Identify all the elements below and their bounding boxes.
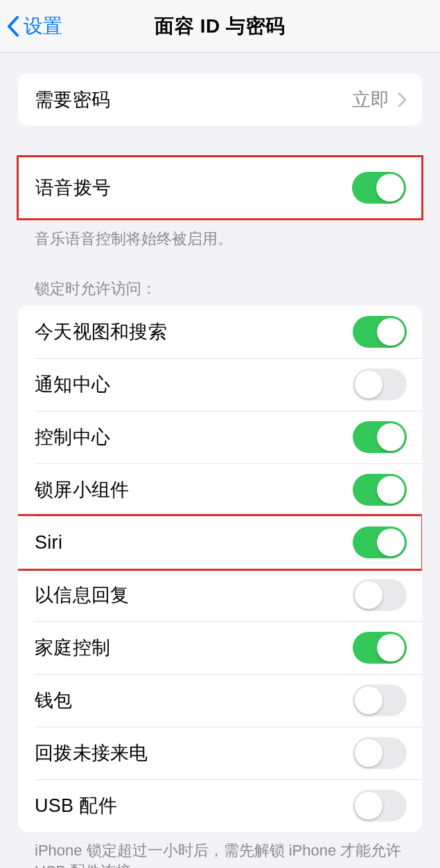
- row-notification-center: 通知中心: [18, 358, 422, 411]
- label-usb: USB 配件: [35, 793, 117, 818]
- row-wallet: 钱包: [18, 674, 422, 727]
- label-notification-center: 通知中心: [35, 372, 110, 397]
- row-return-calls: 回拨未接来电: [18, 727, 422, 779]
- row-lock-widgets: 锁屏小组件: [18, 463, 422, 516]
- toggle-lock-widgets[interactable]: [353, 474, 407, 506]
- chevron-left-icon: [7, 16, 19, 37]
- label-siri: Siri: [35, 532, 62, 553]
- header-lock-access: 锁定时允许访问：: [0, 278, 440, 306]
- label-home-control: 家庭控制: [35, 635, 110, 660]
- footer-voice-dial: 音乐语音控制将始终被启用。: [0, 220, 440, 249]
- header-bar: 设置 面容 ID 与密码: [0, 0, 440, 53]
- group-voice-dial: 语音拨号: [17, 155, 423, 220]
- toggle-return-calls[interactable]: [353, 737, 407, 769]
- label-require-passcode: 需要密码: [35, 87, 110, 112]
- toggle-reply-message[interactable]: [353, 579, 407, 611]
- toggle-today-view[interactable]: [353, 316, 407, 348]
- toggle-wallet[interactable]: [353, 684, 407, 716]
- label-today-view: 今天视图和搜索: [35, 319, 167, 344]
- row-reply-message: 以信息回复: [18, 569, 422, 621]
- group-lock-access: 今天视图和搜索 通知中心 控制中心 锁屏小组件 Siri 以信息回复 家庭控制: [18, 305, 422, 832]
- label-wallet: 钱包: [35, 688, 73, 713]
- value-require-passcode: 立即: [352, 87, 389, 112]
- label-return-calls: 回拨未接来电: [35, 741, 148, 765]
- label-lock-widgets: 锁屏小组件: [35, 477, 130, 502]
- row-voice-dial: 语音拨号: [19, 157, 421, 218]
- group-require-passcode: 需要密码 立即: [18, 73, 422, 126]
- label-control-center: 控制中心: [35, 425, 110, 450]
- toggle-notification-center[interactable]: [353, 369, 407, 400]
- row-siri: Siri: [18, 516, 422, 569]
- row-home-control: 家庭控制: [18, 621, 422, 674]
- toggle-siri[interactable]: [353, 526, 407, 558]
- back-label: 设置: [24, 13, 62, 39]
- label-reply-message: 以信息回复: [35, 583, 130, 608]
- row-require-passcode[interactable]: 需要密码 立即: [18, 73, 422, 126]
- label-voice-dial: 语音拨号: [35, 175, 111, 200]
- chevron-right-icon: [398, 92, 407, 107]
- toggle-usb[interactable]: [353, 790, 407, 822]
- row-control-center: 控制中心: [18, 411, 422, 463]
- toggle-control-center[interactable]: [353, 421, 407, 453]
- footer-usb: iPhone 锁定超过一小时后，需先解锁 iPhone 才能允许 USB 配件连…: [0, 832, 440, 868]
- page-title: 面容 ID 与密码: [0, 13, 440, 39]
- toggle-voice-dial[interactable]: [352, 172, 406, 204]
- row-today-view: 今天视图和搜索: [18, 305, 422, 358]
- toggle-home-control[interactable]: [353, 632, 407, 664]
- row-usb: USB 配件: [18, 779, 422, 832]
- back-button[interactable]: 设置: [0, 13, 62, 39]
